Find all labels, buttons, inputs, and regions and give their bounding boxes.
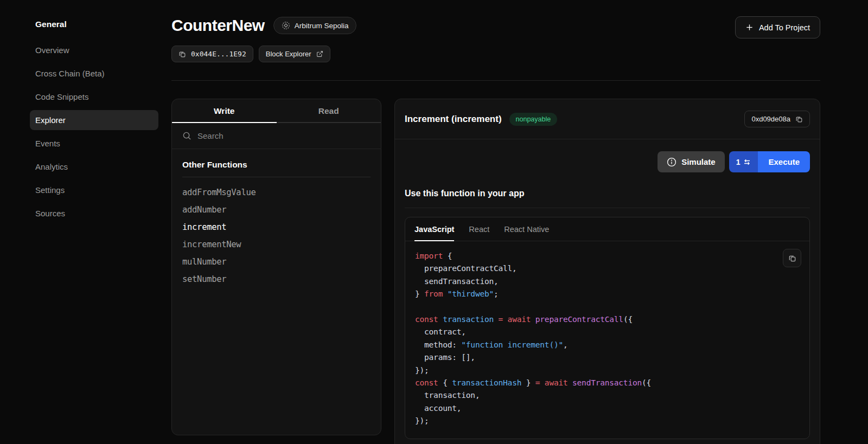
copy-icon bbox=[788, 254, 796, 262]
simulate-label: Simulate bbox=[681, 157, 716, 166]
header-divider bbox=[171, 80, 820, 81]
function-item-incrementnew[interactable]: incrementNew bbox=[182, 236, 371, 253]
plus-icon bbox=[745, 23, 754, 31]
code-tab-react[interactable]: React bbox=[469, 217, 489, 241]
code-copy-button[interactable] bbox=[783, 249, 801, 267]
function-item-addnumber[interactable]: addNumber bbox=[182, 201, 371, 218]
function-item-addfrommsgvalue[interactable]: addFromMsgValue bbox=[182, 184, 371, 201]
code-line: const { transactionHash } = await sendTr… bbox=[415, 377, 800, 389]
execute-button[interactable]: 1 Execute bbox=[729, 151, 810, 172]
page-title: CounterNew bbox=[171, 15, 265, 36]
function-selector-button[interactable]: 0xd09de08a bbox=[744, 111, 810, 127]
sidebar-item-sources[interactable]: Sources bbox=[30, 203, 158, 223]
functions-tabs: WriteRead bbox=[172, 99, 381, 123]
execute-label: Execute bbox=[758, 151, 810, 172]
code-line: import { bbox=[415, 250, 800, 262]
sidebar-nav: OverviewCross Chain (Beta)Code SnippetsE… bbox=[30, 40, 158, 223]
external-link-icon bbox=[316, 50, 323, 57]
sidebar-item-events[interactable]: Events bbox=[30, 133, 158, 153]
block-explorer-button[interactable]: Block Explorer bbox=[259, 46, 330, 62]
explorer-content: WriteRead Other Functions addFromMsgValu… bbox=[171, 99, 820, 444]
tab-write[interactable]: Write bbox=[172, 99, 277, 123]
copy-icon bbox=[795, 115, 803, 123]
app-section-title: Use this function in your app bbox=[405, 189, 810, 198]
network-badge[interactable]: Arbitrum Sepolia bbox=[273, 17, 357, 34]
sidebar-item-analytics[interactable]: Analytics bbox=[30, 157, 158, 177]
functions-search bbox=[172, 123, 381, 149]
sidebar-heading: General bbox=[30, 20, 158, 29]
code-tabs: JavaScriptReactReact Native bbox=[405, 217, 809, 241]
function-title: Increment (increment) bbox=[405, 114, 502, 125]
code-line: account, bbox=[415, 402, 800, 415]
code-line bbox=[415, 301, 800, 313]
sidebar-item-cross-chain-beta[interactable]: Cross Chain (Beta) bbox=[30, 63, 158, 83]
execute-count: 1 bbox=[736, 158, 741, 166]
code-card: JavaScriptReactReact Native import { pre… bbox=[405, 217, 810, 439]
functions-panel: WriteRead Other Functions addFromMsgValu… bbox=[171, 99, 381, 435]
code-tab-javascript[interactable]: JavaScript bbox=[414, 217, 454, 241]
function-item-increment[interactable]: increment bbox=[182, 218, 371, 236]
sidebar-item-settings[interactable]: Settings bbox=[30, 180, 158, 200]
copy-icon bbox=[178, 50, 186, 58]
info-icon bbox=[667, 157, 676, 167]
code-line: prepareContractCall, bbox=[415, 262, 800, 275]
main-content: CounterNew Arbitrum Sepolia bbox=[171, 0, 820, 444]
sidebar-item-code-snippets[interactable]: Code Snippets bbox=[30, 87, 158, 107]
add-to-project-button[interactable]: Add To Project bbox=[735, 16, 820, 38]
actions-row: Simulate 1 Execute bbox=[405, 151, 810, 172]
network-badge-label: Arbitrum Sepolia bbox=[295, 22, 349, 30]
code-line: const transaction = await prepareContrac… bbox=[415, 313, 800, 326]
contract-address: 0x044E...1E92 bbox=[191, 50, 246, 58]
function-detail-body: Simulate 1 Execute bbox=[395, 151, 820, 444]
swap-arrows-icon bbox=[743, 159, 751, 165]
code-line: params: [], bbox=[415, 351, 800, 364]
search-icon bbox=[182, 131, 192, 140]
network-icon bbox=[282, 21, 290, 30]
code-line: } from "thirdweb"; bbox=[415, 288, 800, 300]
functions-section-title: Other Functions bbox=[182, 160, 371, 177]
simulate-button[interactable]: Simulate bbox=[658, 151, 725, 172]
contract-header: CounterNew Arbitrum Sepolia bbox=[171, 0, 820, 62]
code-line: }); bbox=[415, 364, 800, 377]
code-tab-react-native[interactable]: React Native bbox=[504, 217, 549, 241]
functions-list-section: Other Functions addFromMsgValueaddNumber… bbox=[172, 149, 381, 299]
divider bbox=[405, 208, 810, 208]
address-row: 0x044E...1E92 Block Explorer bbox=[171, 46, 356, 62]
contract-header-left: CounterNew Arbitrum Sepolia bbox=[171, 15, 356, 62]
tab-read[interactable]: Read bbox=[277, 99, 381, 123]
code-line: sendTransaction, bbox=[415, 275, 800, 288]
function-detail-panel: Increment (increment) nonpayable 0xd09de… bbox=[394, 99, 820, 444]
sidebar-item-overview[interactable]: Overview bbox=[30, 40, 158, 60]
sidebar-item-explorer[interactable]: Explorer bbox=[30, 110, 158, 130]
contract-address-button[interactable]: 0x044E...1E92 bbox=[171, 46, 253, 62]
function-item-setnumber[interactable]: setNumber bbox=[182, 271, 371, 288]
add-to-project-label: Add To Project bbox=[759, 23, 810, 32]
sidebar: General OverviewCross Chain (Beta)Code S… bbox=[0, 0, 171, 444]
function-detail-header: Increment (increment) nonpayable 0xd09de… bbox=[395, 99, 820, 139]
code-line: contract, bbox=[415, 326, 800, 338]
code-content: import { prepareContractCall, sendTransa… bbox=[415, 250, 800, 428]
code-line: transaction, bbox=[415, 389, 800, 402]
execute-count-segment[interactable]: 1 bbox=[729, 151, 758, 172]
code-line: method: "function increment()", bbox=[415, 339, 800, 351]
search-input[interactable] bbox=[197, 131, 371, 140]
function-selector: 0xd09de08a bbox=[751, 115, 790, 123]
title-row: CounterNew Arbitrum Sepolia bbox=[171, 15, 356, 36]
mutability-badge: nonpayable bbox=[509, 113, 558, 126]
code-area: import { prepareContractCall, sendTransa… bbox=[405, 241, 809, 439]
code-line: }); bbox=[415, 415, 800, 427]
block-explorer-label: Block Explorer bbox=[266, 50, 311, 58]
function-item-mulnumber[interactable]: mulNumber bbox=[182, 253, 371, 271]
functions-list: addFromMsgValueaddNumberincrementincreme… bbox=[182, 184, 371, 288]
